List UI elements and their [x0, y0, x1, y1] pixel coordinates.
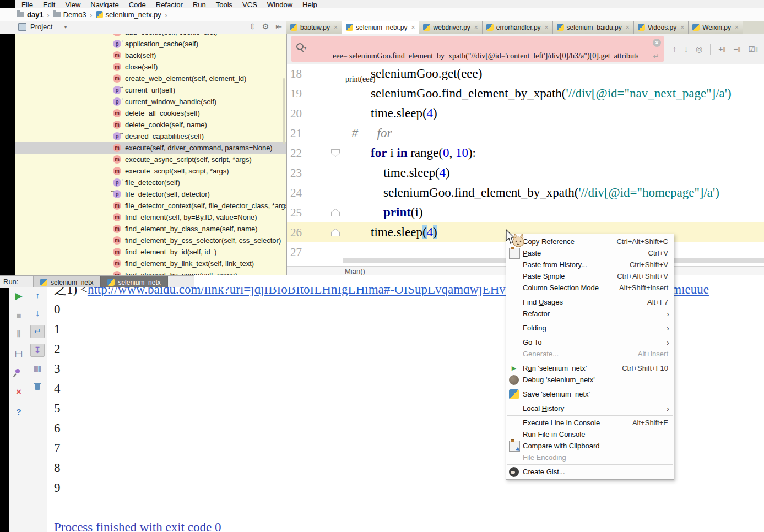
menu-item[interactable]: Save 'selenium_netx' [506, 388, 674, 400]
fold-marker-icon[interactable] [331, 229, 340, 236]
structure-row[interactable]: mback(self) [15, 50, 286, 61]
close-tab-icon[interactable]: × [735, 24, 739, 31]
structure-scrollbar[interactable] [283, 78, 285, 144]
hide-panel-icon[interactable]: ⇤ [275, 22, 282, 31]
restore-layout-icon[interactable]: ▤ [12, 348, 25, 360]
menu-item[interactable]: Copy ReferenceCtrl+Alt+Shift+C [506, 236, 674, 247]
menu-edit[interactable]: Edit [38, 1, 60, 8]
menu-item[interactable]: Compare with Clipboard [506, 440, 674, 452]
menu-item[interactable]: Find UsagesAlt+F7 [506, 296, 674, 308]
down-the-stack-trace-icon[interactable]: ↓ [31, 307, 44, 319]
close-tab-icon[interactable]: × [411, 24, 415, 31]
menu-item[interactable]: Paste SimpleCtrl+Alt+Shift+V [506, 270, 674, 282]
menu-help[interactable]: Help [297, 1, 322, 8]
stop-icon[interactable]: ■ [12, 309, 25, 321]
structure-row[interactable]: mcreate_web_element(self, element_id) [15, 73, 286, 84]
soft-wrap-icon[interactable]: ↵ [30, 325, 45, 338]
editor-tab[interactable]: selenium_netx.py× [342, 21, 419, 34]
structure-row[interactable]: pdesired_capabilities(self) [15, 131, 286, 142]
structure-row[interactable]: pfile_detector(self, detector) [15, 188, 286, 200]
clear-all-icon[interactable] [31, 380, 44, 392]
editor-tab[interactable]: selenium_baidu.py× [553, 21, 634, 34]
menu-vcs[interactable]: VCS [237, 1, 262, 8]
select-all-occurrences-icon[interactable]: ☑Ⅱ [748, 45, 757, 53]
structure-row[interactable]: mfind_element(self, by=By.ID, value=None… [15, 211, 286, 223]
breadcrumb-item[interactable]: day1 [17, 10, 44, 19]
structure-row[interactable]: mclose(self) [15, 61, 286, 73]
menu-item[interactable]: Folding› [506, 322, 674, 334]
fold-marker-icon[interactable] [331, 209, 340, 216]
code-lines[interactable]: 18 seleniumGoo.get(eee)19 seleniumGoo.fi… [287, 64, 764, 257]
scroll-to-end-icon[interactable]: ↧ [30, 344, 45, 357]
menu-window[interactable]: Window [262, 1, 297, 8]
menu-run[interactable]: Run [188, 1, 211, 8]
menu-code[interactable]: Code [124, 1, 151, 8]
structure-row[interactable]: mfind_element_by_css_selector(self, css_… [15, 235, 286, 246]
collapse-all-icon[interactable]: ⇳ [249, 22, 256, 31]
structure-row-partial[interactable]: madd_cookie(self, cookie_dict) [15, 34, 286, 38]
editor-tab[interactable]: errorhandler.py× [483, 21, 553, 34]
run-console-tab[interactable]: selenium_netx [100, 276, 167, 288]
close-tab-icon[interactable]: × [545, 24, 549, 31]
fold-marker-icon[interactable] [331, 149, 340, 157]
close-tab-icon[interactable]: × [626, 24, 630, 31]
highlight-occurrences-icon[interactable]: ◎ [696, 45, 702, 53]
structure-row[interactable]: papplication_cache(self) [15, 38, 286, 50]
close-tab-icon[interactable]: × [474, 24, 478, 31]
structure-row[interactable]: mexecute_async_script(self, script, *arg… [15, 154, 286, 165]
menu-item[interactable]: Run File in Console [506, 428, 674, 440]
up-the-stack-trace-icon[interactable]: ↑ [31, 290, 44, 302]
rerun-icon[interactable]: ▶ [12, 290, 25, 302]
structure-row[interactable]: mfind_element_by_id(self, id_) [15, 246, 286, 258]
menu-view[interactable]: View [60, 1, 85, 8]
previous-occurrence-icon[interactable]: ↑ [673, 45, 676, 53]
menu-item[interactable]: Run 'selenium_netx'Ctrl+Shift+F10 [506, 362, 674, 374]
structure-row[interactable]: mfind_element_by_class_name(self, name) [15, 223, 286, 235]
search-options-chevron-icon[interactable]: ▾ [304, 46, 306, 51]
structure-row[interactable]: pcurrent_url(self) [15, 84, 286, 96]
structure-row[interactable]: mfind_element_by_name(self, name) [15, 269, 286, 275]
editor-breadcrumb-item[interactable]: Mian() [345, 267, 365, 275]
menu-item[interactable]: Paste from History...Ctrl+Shift+V [506, 259, 674, 270]
settings-gear-icon[interactable]: ⚙︎ [262, 22, 269, 31]
chevron-down-icon[interactable]: ▾ [64, 24, 67, 30]
pause-icon[interactable]: Ⅱ [12, 328, 25, 340]
structure-row[interactable]: mdelete_cookie(self, name) [15, 119, 286, 131]
menu-item[interactable]: Column Selection ModeAlt+Shift+Insert [506, 282, 674, 294]
close-icon[interactable]: × [12, 386, 25, 398]
run-console-tab[interactable]: selenium_netx [33, 276, 100, 288]
editor-tab[interactable]: Weixin.py× [689, 21, 743, 34]
editor-tab[interactable]: webdriver.py× [419, 21, 482, 34]
structure-row[interactable]: pcurrent_window_handle(self) [15, 96, 286, 107]
next-occurrence-icon[interactable]: ↓ [684, 45, 688, 53]
pin-icon[interactable] [12, 367, 25, 379]
structure-row[interactable]: mexecute(self, driver_command, params=No… [15, 142, 286, 154]
menu-file[interactable]: File [17, 1, 38, 8]
close-tab-icon[interactable]: × [334, 24, 338, 31]
search-input[interactable]: ▾ eee= seleniumGoo.find_element_by_xpath… [291, 36, 664, 62]
menu-item[interactable]: Debug 'selenium_netx' [506, 374, 674, 386]
menu-refactor[interactable]: Refactor [151, 1, 188, 8]
close-tab-icon[interactable]: × [680, 24, 684, 31]
structure-row[interactable]: pfile_detector(self) [15, 177, 286, 188]
menu-item[interactable]: Execute Line in ConsoleAlt+Shift+E [506, 417, 674, 428]
editor-tab[interactable]: Videos.py× [634, 21, 689, 34]
menu-item[interactable]: Refactor› [506, 308, 674, 319]
help-icon[interactable]: ? [12, 405, 25, 417]
menu-tools[interactable]: Tools [211, 1, 237, 8]
structure-row[interactable]: mfile_detector_context(self, file_detect… [15, 200, 286, 211]
editor-tab[interactable]: baotuw.py× [286, 21, 342, 34]
close-search-icon[interactable]: × [653, 39, 661, 47]
menu-item[interactable]: Create Gist... [506, 466, 674, 477]
print-icon[interactable]: ▥ [31, 362, 44, 374]
menu-item[interactable]: PasteCtrl+V [506, 247, 674, 259]
breadcrumb-item[interactable]: selenium_netx.py [96, 10, 161, 19]
remove-selection-icon[interactable]: −Ⅱ [733, 45, 740, 53]
menu-item[interactable]: Local History› [506, 403, 674, 414]
structure-row[interactable]: mfind_element_by_link_text(self, link_te… [15, 258, 286, 269]
structure-row[interactable]: mdelete_all_cookies(self) [15, 107, 286, 119]
structure-row[interactable]: mexecute_script(self, script, *args) [15, 165, 286, 177]
add-selection-icon[interactable]: +Ⅱ [718, 45, 725, 53]
menu-navigate[interactable]: Navigate [85, 1, 123, 8]
breadcrumb-item[interactable]: Demo3 [53, 10, 86, 19]
